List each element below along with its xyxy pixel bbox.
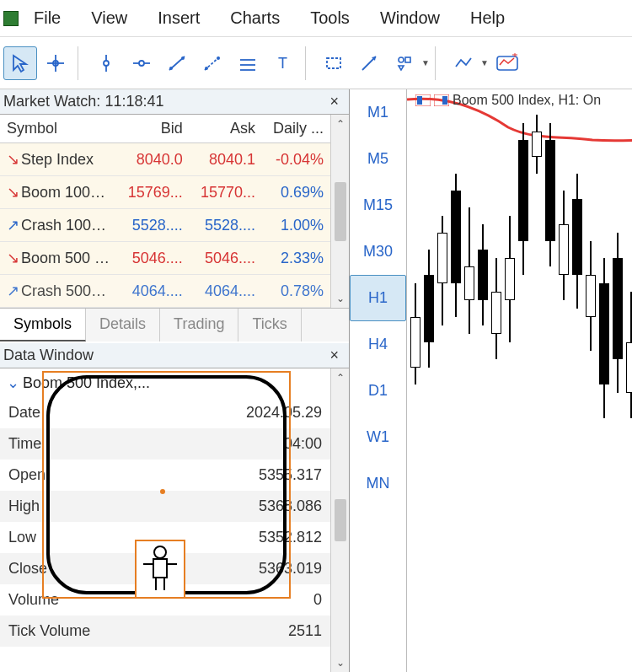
table-row[interactable]: ↘ Boom 500 I... 5046.... 5046.... 2.33% — [0, 242, 330, 275]
chart-area[interactable]: Boom 500 Index, H1: On — [407, 89, 632, 672]
vertical-line-icon[interactable] — [89, 46, 123, 80]
dw-val: 04:00 — [170, 428, 330, 460]
data-window-header: Data Window × — [0, 343, 349, 368]
tab-ticks[interactable]: Ticks — [238, 309, 301, 341]
col-symbol[interactable]: Symbol — [0, 115, 116, 143]
data-window-close-icon[interactable]: × — [326, 347, 342, 364]
table-row[interactable]: ↘ Step Index 8040.0 8040.1 -0.04% — [0, 143, 330, 176]
col-daily[interactable]: Daily ... — [262, 115, 330, 143]
shapes-icon[interactable] — [388, 46, 421, 80]
scroll-up-icon[interactable]: ⌃ — [336, 372, 345, 384]
table-row: Volume0 — [0, 584, 330, 616]
dw-val: 5363.019 — [170, 553, 330, 584]
scroll-thumb[interactable] — [335, 499, 346, 541]
scroll-thumb[interactable] — [335, 182, 346, 241]
data-window-table: Date2024.05.29 Time04:00 Open5355.317 Hi… — [0, 397, 330, 647]
market-watch-table: Symbol Bid Ask Daily ... ↘ Step Index 80… — [0, 115, 330, 308]
equidistant-channel-icon[interactable] — [231, 46, 265, 80]
data-window-scrollbar[interactable]: ⌃ ⌄ — [330, 368, 349, 672]
trendline-icon[interactable] — [160, 46, 194, 80]
timeframe-h4[interactable]: H4 — [350, 321, 406, 368]
scroll-down-icon[interactable]: ⌄ — [336, 657, 345, 669]
menu-help[interactable]: Help — [455, 8, 520, 28]
timeframe-d1[interactable]: D1 — [350, 368, 406, 414]
svg-point-9 — [181, 56, 185, 60]
menu-tools[interactable]: Tools — [295, 8, 365, 28]
rectangle-icon[interactable] — [317, 46, 351, 80]
toolbar-separator — [435, 46, 442, 80]
dw-key: Tick Volume — [0, 616, 170, 647]
shapes-dropdown-icon[interactable]: ▼ — [421, 58, 430, 67]
svg-point-11 — [205, 67, 208, 70]
tab-trading[interactable]: Trading — [160, 309, 238, 341]
table-row[interactable]: ↗ Crash 1000 ... 5528.... 5528.... 1.00% — [0, 209, 330, 242]
market-watch-close-icon[interactable]: × — [326, 93, 342, 110]
menu-file[interactable]: File — [30, 8, 76, 28]
data-window-body: ⌄Boom 500 Index,... Date2024.05.29 Time0… — [0, 368, 349, 672]
col-bid[interactable]: Bid — [116, 115, 189, 143]
right-column: M1 M5 M15 M30 H1 H4 D1 W1 MN Boom 500 In… — [350, 89, 632, 672]
dw-key: High — [0, 491, 170, 522]
data-window-instrument-row[interactable]: ⌄Boom 500 Index,... — [0, 368, 330, 397]
timeframe-m15[interactable]: M15 — [350, 182, 406, 228]
svg-point-12 — [217, 56, 220, 60]
market-watch-title-prefix: Market Watch: — [3, 93, 100, 110]
scroll-up-icon[interactable]: ⌃ — [336, 118, 345, 130]
svg-rect-25 — [417, 96, 422, 105]
timeframe-mn[interactable]: MN — [350, 460, 406, 507]
svg-point-8 — [169, 67, 173, 70]
dw-val: 5368.086 — [170, 491, 330, 522]
timeframe-m1[interactable]: M1 — [350, 89, 406, 136]
market-watch-time: 11:18:41 — [104, 93, 163, 110]
timeframe-h1[interactable]: H1 — [350, 275, 406, 321]
cursor-icon[interactable] — [3, 46, 37, 80]
angle-trend-icon[interactable] — [195, 46, 229, 80]
horizontal-line-icon[interactable] — [125, 46, 158, 80]
svg-rect-17 — [327, 58, 340, 68]
crosshair-icon[interactable] — [39, 46, 72, 80]
svg-point-19 — [399, 57, 404, 62]
symbol-name: Crash 500 I... — [21, 282, 112, 299]
timeframe-w1[interactable]: W1 — [350, 414, 406, 460]
market-watch-scrollbar[interactable]: ⌃ ⌄ — [330, 115, 349, 308]
tab-details[interactable]: Details — [86, 309, 160, 341]
menu-window[interactable]: Window — [365, 8, 455, 28]
timeframe-m5[interactable]: M5 — [350, 136, 406, 182]
chart-style-icon[interactable] — [447, 46, 480, 80]
daily-value: 0.69% — [262, 176, 330, 209]
table-row: Low5352.812 — [0, 522, 330, 553]
market-watch-tabs: Symbols Details Trading Ticks — [0, 308, 349, 341]
market-watch-body: Symbol Bid Ask Daily ... ↘ Step Index 80… — [0, 115, 349, 308]
chart-title-bar: Boom 500 Index, H1: On — [415, 93, 601, 108]
up-arrow-icon: ↗ — [7, 282, 17, 300]
ask-value: 5046.... — [190, 242, 262, 275]
table-row[interactable]: ↘ Boom 1000... 15769... 15770... 0.69% — [0, 176, 330, 209]
bid-value: 8040.0 — [116, 143, 189, 176]
menu-view[interactable]: View — [76, 8, 142, 28]
timeframe-m30[interactable]: M30 — [350, 228, 406, 275]
indicator-icon[interactable] — [490, 46, 524, 80]
scroll-down-icon[interactable]: ⌄ — [336, 293, 345, 304]
arrowed-line-icon[interactable] — [352, 46, 386, 80]
down-arrow-icon: ↘ — [7, 183, 17, 202]
table-row[interactable]: ↗ Crash 500 I... 4064.... 4064.... 0.78% — [0, 275, 330, 308]
table-row: Open5355.317 — [0, 460, 330, 491]
col-ask[interactable]: Ask — [190, 115, 262, 143]
daily-value: 1.00% — [262, 209, 330, 242]
ask-value: 15770... — [190, 176, 262, 209]
menu-insert[interactable]: Insert — [142, 8, 215, 28]
toolbar-separator — [305, 46, 312, 80]
ask-value: 8040.1 — [190, 143, 262, 176]
table-row: High5368.086 — [0, 491, 330, 522]
app-icon — [3, 11, 19, 26]
dw-key: Time — [0, 428, 170, 460]
market-watch-title: Market Watch: 11:18:41 — [3, 93, 163, 110]
tab-symbols[interactable]: Symbols — [0, 309, 86, 341]
text-icon[interactable]: T — [266, 46, 300, 80]
chart-style-dropdown-icon[interactable]: ▼ — [480, 58, 489, 67]
menu-charts[interactable]: Charts — [215, 8, 295, 28]
market-watch-header-row: Symbol Bid Ask Daily ... — [0, 115, 330, 143]
daily-value: 2.33% — [262, 242, 330, 275]
chevron-down-icon: ⌄ — [7, 374, 19, 391]
up-arrow-icon: ↗ — [7, 216, 17, 234]
